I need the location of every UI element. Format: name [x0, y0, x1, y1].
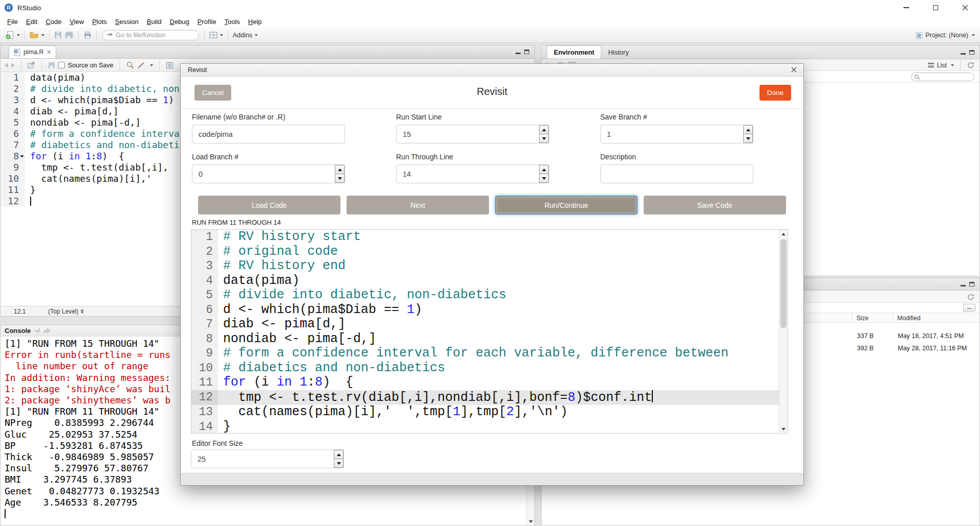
scroll-up-button[interactable]	[779, 230, 788, 238]
close-button[interactable]	[950, 0, 980, 15]
spinner-down-icon[interactable]	[335, 174, 345, 183]
menu-item-debug[interactable]: Debug	[166, 16, 193, 27]
code-line[interactable]: # divide into diabetic, non-diabetics	[218, 288, 506, 303]
code-line[interactable]: data(pima)	[218, 274, 300, 289]
menu-item-edit[interactable]: Edit	[22, 16, 41, 27]
pane-maximize-icon[interactable]	[524, 50, 529, 54]
compile-notebook-icon[interactable]	[166, 62, 174, 69]
scope-selector[interactable]: (Top Level)	[48, 308, 83, 315]
filename-w-o-branch-or-r-input[interactable]	[192, 125, 345, 144]
spinner[interactable]	[335, 165, 345, 183]
code-row[interactable]: 5# divide into diabetic, non-diabetics	[191, 288, 788, 303]
code-line[interactable]: }	[25, 184, 36, 196]
code-row[interactable]: 10# diabetics and non-diabetics	[191, 361, 788, 376]
run-through-line-input[interactable]	[396, 164, 549, 183]
menu-item-tools[interactable]: Tools	[220, 16, 244, 27]
menu-item-view[interactable]: View	[65, 16, 88, 27]
pane-maximize-icon[interactable]	[969, 50, 974, 55]
code-line[interactable]: diab <- pima[d,]	[218, 317, 346, 332]
dialog-code[interactable]: 1# RV history start2# original code3# RV…	[191, 230, 788, 434]
back-icon[interactable]	[5, 63, 8, 68]
environment-search-input[interactable]	[920, 74, 969, 80]
load-code-button[interactable]: Load Code	[198, 196, 340, 214]
spinner-down-icon[interactable]	[334, 459, 344, 468]
code-line[interactable]: # form a confidence interval for each va…	[218, 346, 728, 361]
spinner-up-icon[interactable]	[539, 125, 549, 134]
print-button[interactable]	[82, 30, 93, 40]
save-button[interactable]	[53, 30, 63, 40]
code-line[interactable]: nondiab <- pima[-d,]	[218, 332, 376, 347]
spinner-down-icon[interactable]	[539, 134, 549, 143]
code-line[interactable]: for (i in 1:8) {	[218, 375, 353, 390]
code-row[interactable]: 11for (i in 1:8) {	[191, 375, 788, 390]
scrollbar-thumb[interactable]	[780, 239, 787, 328]
code-line[interactable]: nondiab <- pima[-d,]	[25, 117, 141, 128]
spinner[interactable]	[334, 450, 344, 468]
code-line[interactable]: cat(names(pima)[i],'	[25, 173, 152, 184]
scroll-down-button[interactable]	[527, 517, 534, 525]
save-all-button[interactable]	[63, 30, 75, 40]
code-line[interactable]: diab <- pima[d,]	[25, 106, 118, 117]
save-icon[interactable]	[48, 62, 55, 69]
description-input[interactable]	[600, 164, 753, 183]
code-line[interactable]: # RV history end	[218, 259, 346, 274]
next-button[interactable]: Next	[347, 196, 489, 214]
panes-layout-button[interactable]	[208, 31, 225, 39]
load-branch-input[interactable]	[192, 164, 345, 183]
pane-minimize-icon[interactable]	[961, 53, 966, 55]
menu-item-plots[interactable]: Plots	[88, 16, 111, 27]
fold-icon[interactable]	[20, 155, 24, 158]
minimize-button[interactable]	[891, 0, 921, 15]
spinner-up-icon[interactable]	[334, 450, 344, 459]
tab-pima-r[interactable]: R pima.R	[9, 45, 56, 58]
menu-item-file[interactable]: File	[3, 16, 22, 27]
column-header-size[interactable]: Size	[852, 313, 893, 323]
run-continue-button[interactable]: Run/Continue	[495, 196, 638, 214]
goto-file-box[interactable]	[102, 30, 199, 40]
forward-icon[interactable]	[11, 63, 15, 68]
new-file-button[interactable]	[4, 30, 21, 40]
code-tools-icon[interactable]	[137, 61, 146, 69]
source-on-save-checkbox[interactable]	[58, 62, 65, 68]
popout-icon[interactable]	[28, 62, 35, 68]
more-button[interactable]: ...	[963, 304, 975, 312]
code-line[interactable]: d <- which(pima$Diab == 1)	[218, 303, 422, 318]
code-row[interactable]: 7diab <- pima[d,]	[191, 317, 788, 332]
scroll-down-button[interactable]	[779, 425, 788, 433]
menu-item-help[interactable]: Help	[244, 16, 266, 27]
find-replace-icon[interactable]	[126, 61, 134, 69]
dialog-close-icon[interactable]	[791, 66, 797, 73]
code-line[interactable]: }	[218, 420, 231, 434]
dialog-title-bar[interactable]: Revisit	[181, 64, 803, 77]
code-row[interactable]: 3# RV history end	[191, 259, 788, 274]
code-line[interactable]	[25, 196, 31, 207]
environment-search-box[interactable]	[911, 73, 974, 81]
spinner[interactable]	[539, 125, 549, 143]
menu-item-session[interactable]: Session	[111, 16, 142, 27]
run-start-line-input[interactable]	[396, 125, 549, 144]
column-header-modified[interactable]: Modified	[893, 313, 979, 323]
maximize-button[interactable]	[921, 0, 950, 15]
save-branch-input[interactable]	[600, 125, 753, 144]
refresh-icon[interactable]	[967, 293, 974, 301]
code-line[interactable]: tmp <- t.test(diab[,i],	[25, 162, 168, 173]
code-line[interactable]: # diabetics and non-diabetics	[25, 139, 190, 151]
code-line[interactable]: # RV history start	[218, 230, 361, 245]
project-dropdown[interactable]: R Project: (None)	[915, 28, 975, 43]
editor-scrollbar[interactable]	[779, 230, 788, 433]
code-line[interactable]: d <- which(pima$Diab == 1)	[25, 94, 174, 106]
code-row[interactable]: 8nondiab <- pima[-d,]	[191, 332, 788, 347]
dialog-code-editor[interactable]: 1# RV history start2# original code3# RV…	[191, 229, 788, 434]
code-line[interactable]: cat(names(pima)[i],' ',tmp[1],tmp[2],'\n…	[218, 405, 568, 420]
spinner-up-icon[interactable]	[539, 165, 549, 174]
pane-minimize-icon[interactable]	[516, 53, 521, 54]
spinner[interactable]	[539, 165, 549, 183]
code-row[interactable]: 12 tmp <- t.test.rv(diab[,i],nondiab[,i]…	[191, 390, 788, 405]
addins-dropdown[interactable]: Addins	[231, 31, 259, 40]
menu-item-profile[interactable]: Profile	[193, 16, 220, 27]
tab-history[interactable]: History	[601, 45, 635, 59]
console-popout-icon[interactable]	[43, 328, 51, 334]
spinner[interactable]	[743, 125, 753, 143]
code-row[interactable]: 1# RV history start	[191, 230, 788, 245]
code-line[interactable]: for (i in 1:8) {	[25, 151, 124, 162]
